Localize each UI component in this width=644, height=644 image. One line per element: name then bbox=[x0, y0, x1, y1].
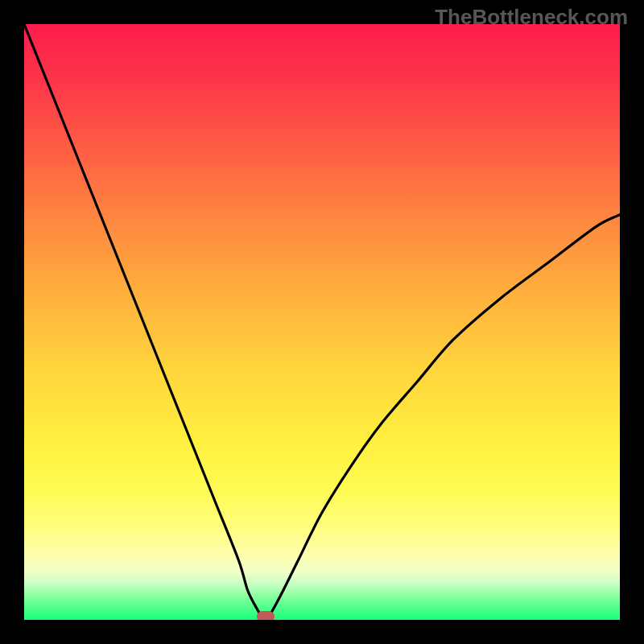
optimal-point-marker bbox=[257, 611, 275, 620]
watermark-text: TheBottleneck.com bbox=[435, 5, 628, 30]
plot-area bbox=[24, 24, 620, 620]
chart-frame: TheBottleneck.com bbox=[0, 0, 644, 644]
bottleneck-curve bbox=[24, 24, 620, 620]
